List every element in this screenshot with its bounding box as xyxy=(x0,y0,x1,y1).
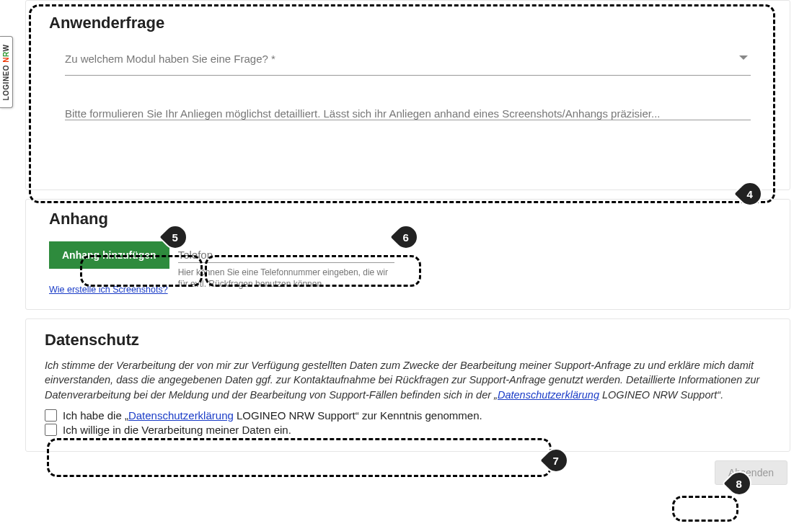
privacy-link-2[interactable]: Datenschutzerklärung xyxy=(128,409,234,422)
anhang-title: Anhang xyxy=(49,210,767,228)
module-select-label: Zu welchem Modul haben Sie eine Frage? * xyxy=(65,53,751,65)
brand-side-tab[interactable]: LOGINEO NRW xyxy=(0,36,13,108)
callout-box-8 xyxy=(672,496,738,522)
checkbox-consent[interactable] xyxy=(45,424,57,436)
module-select-value[interactable] xyxy=(65,72,751,76)
privacy-link[interactable]: Datenschutzerklärung xyxy=(498,389,599,401)
checkbox-consent-label: Ich willige in die Verarbeitung meiner D… xyxy=(63,424,291,436)
detail-textarea[interactable]: Bitte formulieren Sie Ihr Anliegen mögli… xyxy=(65,107,751,120)
checkbox-privacy-read-label: Ich habe die „Datenschutzerklärung LOGIN… xyxy=(63,409,482,422)
brand-text: LOGINEO NRW xyxy=(2,44,10,100)
section-datenschutz: Datenschutz Ich stimme der Verarbeitung … xyxy=(25,318,790,452)
phone-hint: Hier können Sie eine Telefonnummer einge… xyxy=(178,267,394,290)
checkbox-row-consent[interactable]: Ich willige in die Verarbeitung meiner D… xyxy=(45,424,771,436)
datenschutz-title: Datenschutz xyxy=(45,331,771,349)
checkbox-row-privacy-read[interactable]: Ich habe die „Datenschutzerklärung LOGIN… xyxy=(45,409,771,422)
checkbox-privacy-read[interactable] xyxy=(45,409,57,422)
screenshot-help-link[interactable]: Wie erstelle ich Screenshots? xyxy=(49,285,169,295)
submit-button[interactable]: Absenden xyxy=(715,460,787,485)
module-select[interactable]: Zu welchem Modul haben Sie eine Frage? * xyxy=(65,53,751,76)
add-attachment-button[interactable]: Anhang hinzufügen xyxy=(49,241,169,269)
section-anhang: Anhang Anhang hinzufügen Wie erstelle ic… xyxy=(25,199,790,310)
phone-input[interactable] xyxy=(178,241,394,263)
section-anwenderfrage: Anwenderfrage Zu welchem Modul haben Sie… xyxy=(25,0,790,190)
anwenderfrage-title: Anwenderfrage xyxy=(49,14,767,32)
chevron-down-icon xyxy=(739,55,748,60)
datenschutz-paragraph: Ich stimme der Verarbeitung der von mir … xyxy=(45,358,771,402)
